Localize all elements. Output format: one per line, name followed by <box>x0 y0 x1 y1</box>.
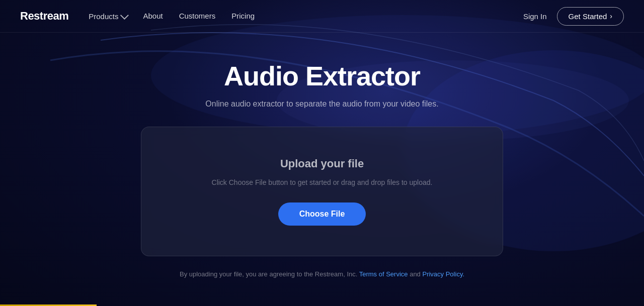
upload-title: Upload your file <box>280 157 364 170</box>
get-started-label: Get Started <box>569 12 607 21</box>
privacy-policy-link[interactable]: Privacy Policy. <box>422 270 464 278</box>
pricing-link[interactable]: Pricing <box>231 12 255 20</box>
arrow-right-icon: › <box>610 12 612 20</box>
main-content: Audio Extractor Online audio extractor t… <box>0 33 644 278</box>
about-link[interactable]: About <box>143 12 163 20</box>
customers-link[interactable]: Customers <box>179 12 216 20</box>
page-title: Audio Extractor <box>224 60 420 91</box>
sign-in-button[interactable]: Sign In <box>523 12 547 21</box>
upload-card: Upload your file Click Choose File butto… <box>141 127 503 256</box>
navigation: Restream Products About Customers Pricin… <box>0 0 644 33</box>
footer-separator: and <box>410 270 422 278</box>
nav-links: Products About Customers Pricing <box>89 12 255 21</box>
nav-item-about[interactable]: About <box>143 12 163 21</box>
terms-of-service-link[interactable]: Terms of Service <box>359 270 408 278</box>
nav-left: Restream Products About Customers Pricin… <box>20 10 255 23</box>
products-label: Products <box>89 12 118 21</box>
nav-item-pricing[interactable]: Pricing <box>231 12 255 21</box>
nav-right: Sign In Get Started › <box>523 7 624 26</box>
upload-subtitle: Click Choose File button to get started … <box>212 178 433 186</box>
get-started-button[interactable]: Get Started › <box>557 7 624 26</box>
nav-item-products[interactable]: Products <box>89 12 127 21</box>
chevron-down-icon <box>120 11 129 20</box>
logo: Restream <box>20 10 68 23</box>
page-subtitle: Online audio extractor to separate the a… <box>205 99 438 109</box>
nav-item-customers[interactable]: Customers <box>179 12 216 21</box>
footer-prefix: By uploading your file, you are agreeing… <box>180 270 359 278</box>
products-link[interactable]: Products <box>89 12 127 21</box>
footer-note: By uploading your file, you are agreeing… <box>180 270 464 278</box>
choose-file-button[interactable]: Choose File <box>278 202 366 226</box>
